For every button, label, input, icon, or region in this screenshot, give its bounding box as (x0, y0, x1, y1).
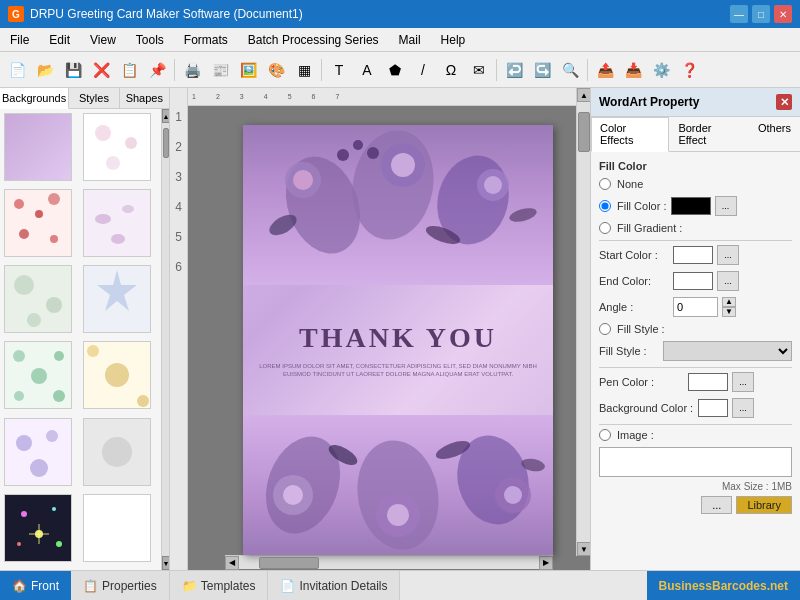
svg-point-17 (31, 368, 47, 384)
bg-color-label: Background Color : (599, 402, 694, 414)
print-button[interactable]: 🖨️ (179, 57, 205, 83)
end-color-swatch[interactable] (673, 272, 713, 290)
new-button[interactable]: 📄 (4, 57, 30, 83)
close-button[interactable]: ✕ (774, 5, 792, 23)
svg-point-25 (30, 459, 48, 477)
angle-input[interactable] (673, 297, 718, 317)
tab-color-effects[interactable]: Color Effects (591, 117, 669, 152)
library-button[interactable]: Library (736, 496, 792, 514)
help-icon-button[interactable]: ❓ (676, 57, 702, 83)
settings-button[interactable]: ⚙️ (648, 57, 674, 83)
v-scroll-down[interactable]: ▼ (577, 542, 590, 556)
properties-label: Properties (102, 579, 157, 593)
tab-border-effect[interactable]: Border Effect (669, 117, 749, 151)
list-item[interactable] (4, 189, 72, 257)
svg-point-43 (337, 149, 349, 161)
scroll-right-button[interactable]: ▶ (539, 556, 553, 570)
end-color-button[interactable]: ... (717, 271, 739, 291)
menu-edit[interactable]: Edit (39, 30, 80, 50)
delete-button[interactable]: ❌ (88, 57, 114, 83)
line-button[interactable]: / (410, 57, 436, 83)
fill-style-select[interactable] (663, 341, 792, 361)
start-color-swatch[interactable] (673, 246, 713, 264)
tab-shapes[interactable]: Shapes (120, 88, 169, 108)
menu-mail[interactable]: Mail (389, 30, 431, 50)
minimize-button[interactable]: — (730, 5, 748, 23)
copy-button[interactable]: 📋 (116, 57, 142, 83)
v-scroll-up[interactable]: ▲ (577, 88, 590, 102)
panel-close-button[interactable]: ✕ (776, 94, 792, 110)
scroll-up-button[interactable]: ▲ (162, 109, 169, 123)
list-item[interactable] (83, 265, 151, 333)
import-button[interactable]: 📥 (620, 57, 646, 83)
bg-color-button[interactable]: ... (732, 398, 754, 418)
none-radio[interactable] (599, 178, 611, 190)
text-button[interactable]: T (326, 57, 352, 83)
fill-color-picker-button[interactable]: ... (715, 196, 737, 216)
greeting-card[interactable]: THANK YOU LOREM IPSUM DOLOR SIT AMET, CO… (243, 125, 553, 555)
symbol-button[interactable]: Ω (438, 57, 464, 83)
angle-down-button[interactable]: ▼ (722, 307, 736, 317)
undo-button[interactable]: ↩️ (501, 57, 527, 83)
shape-button[interactable]: ⬟ (382, 57, 408, 83)
scrollbar-horizontal: ◀ ▶ (225, 555, 553, 569)
redo-button[interactable]: ↪️ (529, 57, 555, 83)
open-button[interactable]: 📂 (32, 57, 58, 83)
tab-invitation-details[interactable]: 📄 Invitation Details (268, 571, 400, 600)
list-item[interactable] (83, 189, 151, 257)
scrollbar-thumb[interactable] (163, 128, 169, 158)
window-controls[interactable]: — □ ✕ (730, 5, 792, 23)
browse-button[interactable]: ... (701, 496, 732, 514)
tab-templates[interactable]: 📁 Templates (170, 571, 269, 600)
list-item[interactable] (4, 341, 72, 409)
tab-front[interactable]: 🏠 Front (0, 571, 71, 600)
menu-help[interactable]: Help (431, 30, 476, 50)
list-item[interactable] (4, 418, 72, 486)
pen-color-swatch[interactable] (688, 373, 728, 391)
color-button[interactable]: 🎨 (263, 57, 289, 83)
start-color-button[interactable]: ... (717, 245, 739, 265)
tab-properties[interactable]: 📋 Properties (71, 571, 170, 600)
ruler-vertical: 1 2 3 4 5 6 (170, 88, 188, 570)
menu-view[interactable]: View (80, 30, 126, 50)
h-scrollbar-thumb[interactable] (259, 557, 319, 569)
fill-gradient-radio[interactable] (599, 222, 611, 234)
menu-formats[interactable]: Formats (174, 30, 238, 50)
tab-backgrounds[interactable]: Backgrounds (0, 88, 69, 109)
bg-color-swatch[interactable] (698, 399, 728, 417)
list-item[interactable] (4, 494, 72, 562)
print2-button[interactable]: 📰 (207, 57, 233, 83)
start-color-label: Start Color : (599, 249, 669, 261)
list-item[interactable] (4, 265, 72, 333)
paste-button[interactable]: 📌 (144, 57, 170, 83)
list-item[interactable] (83, 113, 151, 181)
image-radio[interactable] (599, 429, 611, 441)
save-button[interactable]: 💾 (60, 57, 86, 83)
v-scrollbar-thumb[interactable] (578, 112, 590, 152)
pen-color-button[interactable]: ... (732, 372, 754, 392)
menu-batch[interactable]: Batch Processing Series (238, 30, 389, 50)
fill-style-radio[interactable] (599, 323, 611, 335)
tab-styles[interactable]: Styles (69, 88, 119, 108)
tab-others[interactable]: Others (749, 117, 800, 151)
export-button[interactable]: 📤 (592, 57, 618, 83)
fill-color-swatch[interactable] (671, 197, 711, 215)
list-item[interactable] (83, 418, 151, 486)
list-item[interactable] (4, 113, 72, 181)
list-item[interactable] (83, 494, 151, 562)
card-title: THANK YOU (299, 322, 497, 354)
menu-file[interactable]: File (0, 30, 39, 50)
zoom-button[interactable]: 🔍 (557, 57, 583, 83)
angle-up-button[interactable]: ▲ (722, 297, 736, 307)
barcode-button[interactable]: ▦ (291, 57, 317, 83)
maximize-button[interactable]: □ (752, 5, 770, 23)
fill-color-radio[interactable] (599, 200, 611, 212)
mail-button[interactable]: ✉ (466, 57, 492, 83)
list-item[interactable] (83, 341, 151, 409)
image-button[interactable]: 🖼️ (235, 57, 261, 83)
scroll-down-button[interactable]: ▼ (162, 556, 169, 570)
front-icon: 🏠 (12, 579, 27, 593)
wordart-button[interactable]: A (354, 57, 380, 83)
scroll-left-button[interactable]: ◀ (225, 556, 239, 570)
menu-tools[interactable]: Tools (126, 30, 174, 50)
